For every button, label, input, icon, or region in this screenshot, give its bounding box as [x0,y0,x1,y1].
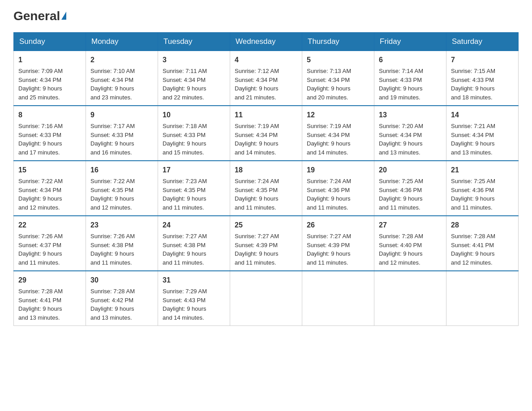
day-number: 27 [379,220,442,231]
day-info: Sunrise: 7:17 AMSunset: 4:33 PMDaylight:… [90,123,135,156]
day-number: 13 [379,110,442,120]
calendar-cell: 30 Sunrise: 7:28 AMSunset: 4:42 PMDaylig… [86,271,158,326]
day-header-sunday: Sunday [14,33,86,51]
day-number: 18 [235,165,297,176]
day-header-thursday: Thursday [302,33,374,51]
calendar-cell: 5 Sunrise: 7:13 AMSunset: 4:34 PMDayligh… [302,51,374,106]
calendar-cell: 3 Sunrise: 7:11 AMSunset: 4:34 PMDayligh… [158,51,230,106]
day-number: 11 [235,110,297,120]
day-info: Sunrise: 7:29 AMSunset: 4:43 PMDaylight:… [163,288,207,321]
calendar-cell: 15 Sunrise: 7:22 AMSunset: 4:34 PMDaylig… [14,161,86,216]
day-info: Sunrise: 7:26 AMSunset: 4:38 PMDaylight:… [90,233,135,266]
day-info: Sunrise: 7:26 AMSunset: 4:37 PMDaylight:… [18,233,63,266]
calendar-cell: 14 Sunrise: 7:21 AMSunset: 4:34 PMDaylig… [446,106,519,161]
day-number: 17 [163,165,225,176]
day-number: 9 [90,110,153,120]
day-info: Sunrise: 7:25 AMSunset: 4:36 PMDaylight:… [379,178,423,211]
day-number: 23 [90,220,153,231]
logo-triangle-icon [61,12,66,20]
day-header-monday: Monday [86,33,158,51]
day-number: 26 [307,220,369,231]
calendar-cell [302,271,374,326]
calendar-cell: 22 Sunrise: 7:26 AMSunset: 4:37 PMDaylig… [14,216,86,271]
day-info: Sunrise: 7:25 AMSunset: 4:36 PMDaylight:… [451,178,495,211]
calendar-cell: 4 Sunrise: 7:12 AMSunset: 4:34 PMDayligh… [230,51,302,106]
day-info: Sunrise: 7:19 AMSunset: 4:34 PMDaylight:… [235,123,279,156]
day-info: Sunrise: 7:24 AMSunset: 4:35 PMDaylight:… [235,178,279,211]
calendar-cell: 13 Sunrise: 7:20 AMSunset: 4:34 PMDaylig… [374,106,446,161]
day-number: 30 [90,275,153,286]
calendar-cell: 26 Sunrise: 7:27 AMSunset: 4:39 PMDaylig… [302,216,374,271]
day-info: Sunrise: 7:28 AMSunset: 4:42 PMDaylight:… [90,288,135,321]
calendar-cell [446,271,519,326]
week-row-1: 1 Sunrise: 7:09 AMSunset: 4:34 PMDayligh… [14,51,519,106]
day-info: Sunrise: 7:13 AMSunset: 4:34 PMDaylight:… [307,68,351,101]
calendar-cell: 28 Sunrise: 7:28 AMSunset: 4:41 PMDaylig… [446,216,519,271]
day-number: 21 [451,165,514,176]
day-info: Sunrise: 7:27 AMSunset: 4:39 PMDaylight:… [235,233,279,266]
day-number: 15 [18,165,81,176]
day-info: Sunrise: 7:10 AMSunset: 4:34 PMDaylight:… [90,68,135,101]
calendar-cell: 16 Sunrise: 7:22 AMSunset: 4:35 PMDaylig… [86,161,158,216]
calendar-cell: 8 Sunrise: 7:16 AMSunset: 4:33 PMDayligh… [14,106,86,161]
calendar-cell: 21 Sunrise: 7:25 AMSunset: 4:36 PMDaylig… [446,161,519,216]
day-info: Sunrise: 7:15 AMSunset: 4:33 PMDaylight:… [451,68,495,101]
week-row-4: 22 Sunrise: 7:26 AMSunset: 4:37 PMDaylig… [14,216,519,271]
calendar-cell [374,271,446,326]
day-number: 16 [90,165,153,176]
day-info: Sunrise: 7:27 AMSunset: 4:39 PMDaylight:… [307,233,351,266]
calendar-cell: 10 Sunrise: 7:18 AMSunset: 4:33 PMDaylig… [158,106,230,161]
day-info: Sunrise: 7:27 AMSunset: 4:38 PMDaylight:… [163,233,207,266]
calendar-cell: 11 Sunrise: 7:19 AMSunset: 4:34 PMDaylig… [230,106,302,161]
calendar-cell [230,271,302,326]
day-info: Sunrise: 7:22 AMSunset: 4:35 PMDaylight:… [90,178,135,211]
day-number: 10 [163,110,225,120]
day-number: 31 [163,275,225,286]
day-info: Sunrise: 7:28 AMSunset: 4:41 PMDaylight:… [18,288,63,321]
week-row-5: 29 Sunrise: 7:28 AMSunset: 4:41 PMDaylig… [14,271,519,326]
day-number: 12 [307,110,369,120]
calendar-cell: 7 Sunrise: 7:15 AMSunset: 4:33 PMDayligh… [446,51,519,106]
day-number: 22 [18,220,81,231]
day-info: Sunrise: 7:19 AMSunset: 4:34 PMDaylight:… [307,123,351,156]
calendar-cell: 19 Sunrise: 7:24 AMSunset: 4:36 PMDaylig… [302,161,374,216]
day-number: 1 [18,55,81,65]
day-number: 24 [163,220,225,231]
day-info: Sunrise: 7:14 AMSunset: 4:33 PMDaylight:… [379,68,423,101]
day-number: 7 [451,55,514,65]
day-info: Sunrise: 7:16 AMSunset: 4:33 PMDaylight:… [18,123,63,156]
calendar-cell: 9 Sunrise: 7:17 AMSunset: 4:33 PMDayligh… [86,106,158,161]
day-number: 3 [163,55,225,65]
day-number: 20 [379,165,442,176]
day-info: Sunrise: 7:20 AMSunset: 4:34 PMDaylight:… [379,123,423,156]
day-header-tuesday: Tuesday [158,33,230,51]
day-number: 2 [90,55,153,65]
day-number: 5 [307,55,369,65]
day-info: Sunrise: 7:28 AMSunset: 4:41 PMDaylight:… [451,233,495,266]
day-number: 4 [235,55,297,65]
day-number: 14 [451,110,514,120]
calendar-cell: 25 Sunrise: 7:27 AMSunset: 4:39 PMDaylig… [230,216,302,271]
page-header: General [13,9,519,23]
logo: General [13,9,66,23]
calendar-cell: 20 Sunrise: 7:25 AMSunset: 4:36 PMDaylig… [374,161,446,216]
calendar-cell: 2 Sunrise: 7:10 AMSunset: 4:34 PMDayligh… [86,51,158,106]
day-info: Sunrise: 7:21 AMSunset: 4:34 PMDaylight:… [451,123,495,156]
day-info: Sunrise: 7:12 AMSunset: 4:34 PMDaylight:… [235,68,279,101]
day-number: 8 [18,110,81,120]
day-number: 25 [235,220,297,231]
week-row-2: 8 Sunrise: 7:16 AMSunset: 4:33 PMDayligh… [14,106,519,161]
calendar-cell: 12 Sunrise: 7:19 AMSunset: 4:34 PMDaylig… [302,106,374,161]
calendar-cell: 1 Sunrise: 7:09 AMSunset: 4:34 PMDayligh… [14,51,86,106]
day-info: Sunrise: 7:24 AMSunset: 4:36 PMDaylight:… [307,178,351,211]
calendar-cell: 31 Sunrise: 7:29 AMSunset: 4:43 PMDaylig… [158,271,230,326]
day-info: Sunrise: 7:11 AMSunset: 4:34 PMDaylight:… [163,68,207,101]
day-info: Sunrise: 7:23 AMSunset: 4:35 PMDaylight:… [163,178,207,211]
calendar-cell: 29 Sunrise: 7:28 AMSunset: 4:41 PMDaylig… [14,271,86,326]
calendar-table: SundayMondayTuesdayWednesdayThursdayFrid… [13,32,519,326]
week-row-3: 15 Sunrise: 7:22 AMSunset: 4:34 PMDaylig… [14,161,519,216]
calendar-cell: 6 Sunrise: 7:14 AMSunset: 4:33 PMDayligh… [374,51,446,106]
day-number: 19 [307,165,369,176]
day-info: Sunrise: 7:28 AMSunset: 4:40 PMDaylight:… [379,233,423,266]
calendar-cell: 17 Sunrise: 7:23 AMSunset: 4:35 PMDaylig… [158,161,230,216]
